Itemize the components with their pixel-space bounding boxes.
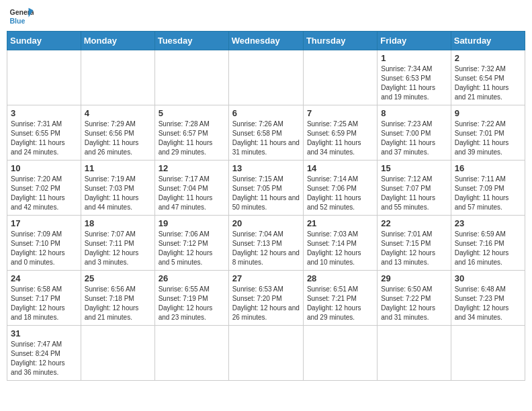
calendar-cell: 26Sunrise: 6:55 AM Sunset: 7:19 PM Dayli… bbox=[154, 271, 228, 326]
day-info: Sunrise: 6:56 AM Sunset: 7:18 PM Dayligh… bbox=[85, 285, 151, 322]
day-number: 30 bbox=[455, 273, 521, 283]
generalblue-logo-icon: GeneralBlue bbox=[9, 7, 34, 26]
calendar-cell bbox=[378, 326, 451, 381]
calendar-cell: 30Sunrise: 6:48 AM Sunset: 7:23 PM Dayli… bbox=[451, 271, 525, 326]
column-header-thursday: Thursday bbox=[303, 32, 377, 50]
calendar-cell: 19Sunrise: 7:06 AM Sunset: 7:12 PM Dayli… bbox=[154, 216, 228, 271]
day-info: Sunrise: 6:53 AM Sunset: 7:20 PM Dayligh… bbox=[232, 285, 300, 322]
day-number: 7 bbox=[307, 108, 373, 118]
calendar-table: SundayMondayTuesdayWednesdayThursdayFrid… bbox=[7, 31, 525, 381]
day-info: Sunrise: 6:48 AM Sunset: 7:23 PM Dayligh… bbox=[455, 285, 521, 322]
day-number: 21 bbox=[307, 218, 373, 228]
column-header-tuesday: Tuesday bbox=[154, 32, 228, 50]
day-info: Sunrise: 7:01 AM Sunset: 7:15 PM Dayligh… bbox=[381, 230, 447, 267]
day-info: Sunrise: 7:20 AM Sunset: 7:02 PM Dayligh… bbox=[11, 175, 77, 212]
day-info: Sunrise: 7:15 AM Sunset: 7:05 PM Dayligh… bbox=[232, 175, 300, 212]
week-row-4: 17Sunrise: 7:09 AM Sunset: 7:10 PM Dayli… bbox=[7, 216, 525, 271]
calendar-cell: 10Sunrise: 7:20 AM Sunset: 7:02 PM Dayli… bbox=[7, 161, 81, 216]
calendar-cell: 6Sunrise: 7:26 AM Sunset: 6:58 PM Daylig… bbox=[228, 105, 303, 161]
day-info: Sunrise: 6:55 AM Sunset: 7:19 PM Dayligh… bbox=[159, 285, 225, 322]
calendar-cell bbox=[303, 50, 377, 105]
day-number: 18 bbox=[85, 218, 151, 228]
calendar-cell bbox=[228, 50, 303, 105]
calendar-cell: 20Sunrise: 7:04 AM Sunset: 7:13 PM Dayli… bbox=[228, 216, 303, 271]
calendar-cell: 23Sunrise: 6:59 AM Sunset: 7:16 PM Dayli… bbox=[451, 216, 525, 271]
column-header-monday: Monday bbox=[81, 32, 154, 50]
calendar-cell bbox=[154, 326, 228, 381]
day-number: 24 bbox=[11, 273, 77, 283]
day-number: 19 bbox=[159, 218, 225, 228]
calendar-cell bbox=[303, 326, 377, 381]
calendar-cell: 31Sunrise: 7:47 AM Sunset: 8:24 PM Dayli… bbox=[7, 326, 81, 381]
calendar-cell: 8Sunrise: 7:23 AM Sunset: 7:00 PM Daylig… bbox=[378, 105, 451, 161]
day-number: 16 bbox=[455, 163, 521, 173]
day-number: 22 bbox=[381, 218, 447, 228]
week-row-6: 31Sunrise: 7:47 AM Sunset: 8:24 PM Dayli… bbox=[7, 326, 525, 381]
calendar-cell: 9Sunrise: 7:22 AM Sunset: 7:01 PM Daylig… bbox=[451, 105, 525, 161]
day-info: Sunrise: 7:09 AM Sunset: 7:10 PM Dayligh… bbox=[11, 230, 77, 267]
page-header: GeneralBlue bbox=[7, 7, 525, 26]
day-info: Sunrise: 7:04 AM Sunset: 7:13 PM Dayligh… bbox=[232, 230, 300, 267]
day-info: Sunrise: 7:26 AM Sunset: 6:58 PM Dayligh… bbox=[232, 120, 300, 157]
calendar-cell: 25Sunrise: 6:56 AM Sunset: 7:18 PM Dayli… bbox=[81, 271, 154, 326]
day-number: 6 bbox=[232, 108, 300, 118]
calendar-cell: 14Sunrise: 7:14 AM Sunset: 7:06 PM Dayli… bbox=[303, 161, 377, 216]
day-info: Sunrise: 6:50 AM Sunset: 7:22 PM Dayligh… bbox=[381, 285, 447, 322]
day-number: 23 bbox=[455, 218, 521, 228]
column-header-sunday: Sunday bbox=[7, 32, 81, 50]
day-number: 25 bbox=[85, 273, 151, 283]
day-info: Sunrise: 7:25 AM Sunset: 6:59 PM Dayligh… bbox=[307, 120, 373, 157]
day-info: Sunrise: 7:06 AM Sunset: 7:12 PM Dayligh… bbox=[159, 230, 225, 267]
day-number: 13 bbox=[232, 163, 300, 173]
day-info: Sunrise: 7:12 AM Sunset: 7:07 PM Dayligh… bbox=[381, 175, 447, 212]
day-info: Sunrise: 7:03 AM Sunset: 7:14 PM Dayligh… bbox=[307, 230, 373, 267]
svg-text:Blue: Blue bbox=[10, 17, 26, 25]
day-info: Sunrise: 6:59 AM Sunset: 7:16 PM Dayligh… bbox=[455, 230, 521, 267]
day-number: 26 bbox=[159, 273, 225, 283]
day-number: 10 bbox=[11, 163, 77, 173]
day-number: 20 bbox=[232, 218, 300, 228]
calendar-header-row: SundayMondayTuesdayWednesdayThursdayFrid… bbox=[7, 32, 525, 50]
day-number: 29 bbox=[381, 273, 447, 283]
day-info: Sunrise: 7:07 AM Sunset: 7:11 PM Dayligh… bbox=[85, 230, 151, 267]
day-info: Sunrise: 6:51 AM Sunset: 7:21 PM Dayligh… bbox=[307, 285, 373, 322]
day-number: 17 bbox=[11, 218, 77, 228]
day-number: 15 bbox=[381, 163, 447, 173]
day-info: Sunrise: 7:28 AM Sunset: 6:57 PM Dayligh… bbox=[159, 120, 225, 157]
calendar-cell: 18Sunrise: 7:07 AM Sunset: 7:11 PM Dayli… bbox=[81, 216, 154, 271]
day-number: 5 bbox=[159, 108, 225, 118]
day-number: 1 bbox=[381, 53, 447, 63]
calendar-cell bbox=[228, 326, 303, 381]
day-info: Sunrise: 7:23 AM Sunset: 7:00 PM Dayligh… bbox=[381, 120, 447, 157]
calendar-cell: 3Sunrise: 7:31 AM Sunset: 6:55 PM Daylig… bbox=[7, 105, 81, 161]
calendar-cell bbox=[81, 50, 154, 105]
day-info: Sunrise: 7:32 AM Sunset: 6:54 PM Dayligh… bbox=[455, 64, 521, 102]
calendar-cell: 27Sunrise: 6:53 AM Sunset: 7:20 PM Dayli… bbox=[228, 271, 303, 326]
calendar-cell: 5Sunrise: 7:28 AM Sunset: 6:57 PM Daylig… bbox=[154, 105, 228, 161]
day-info: Sunrise: 6:58 AM Sunset: 7:17 PM Dayligh… bbox=[11, 285, 77, 322]
day-info: Sunrise: 7:34 AM Sunset: 6:53 PM Dayligh… bbox=[381, 64, 447, 102]
calendar-cell: 22Sunrise: 7:01 AM Sunset: 7:15 PM Dayli… bbox=[378, 216, 451, 271]
calendar-cell: 2Sunrise: 7:32 AM Sunset: 6:54 PM Daylig… bbox=[451, 50, 525, 105]
day-number: 11 bbox=[85, 163, 151, 173]
day-number: 12 bbox=[159, 163, 225, 173]
day-number: 8 bbox=[381, 108, 447, 118]
logo: GeneralBlue bbox=[9, 7, 34, 26]
week-row-2: 3Sunrise: 7:31 AM Sunset: 6:55 PM Daylig… bbox=[7, 105, 525, 161]
week-row-1: 1Sunrise: 7:34 AM Sunset: 6:53 PM Daylig… bbox=[7, 50, 525, 105]
calendar-cell bbox=[154, 50, 228, 105]
calendar-cell: 16Sunrise: 7:11 AM Sunset: 7:09 PM Dayli… bbox=[451, 161, 525, 216]
day-number: 14 bbox=[307, 163, 373, 173]
day-number: 27 bbox=[232, 273, 300, 283]
calendar-cell: 21Sunrise: 7:03 AM Sunset: 7:14 PM Dayli… bbox=[303, 216, 377, 271]
day-info: Sunrise: 7:47 AM Sunset: 8:24 PM Dayligh… bbox=[11, 340, 77, 377]
calendar-cell: 12Sunrise: 7:17 AM Sunset: 7:04 PM Dayli… bbox=[154, 161, 228, 216]
calendar-cell bbox=[451, 326, 525, 381]
calendar-cell bbox=[7, 50, 81, 105]
day-info: Sunrise: 7:19 AM Sunset: 7:03 PM Dayligh… bbox=[85, 175, 151, 212]
day-number: 9 bbox=[455, 108, 521, 118]
day-info: Sunrise: 7:11 AM Sunset: 7:09 PM Dayligh… bbox=[455, 175, 521, 212]
day-info: Sunrise: 7:17 AM Sunset: 7:04 PM Dayligh… bbox=[159, 175, 225, 212]
calendar-cell: 7Sunrise: 7:25 AM Sunset: 6:59 PM Daylig… bbox=[303, 105, 377, 161]
day-number: 2 bbox=[455, 53, 521, 63]
